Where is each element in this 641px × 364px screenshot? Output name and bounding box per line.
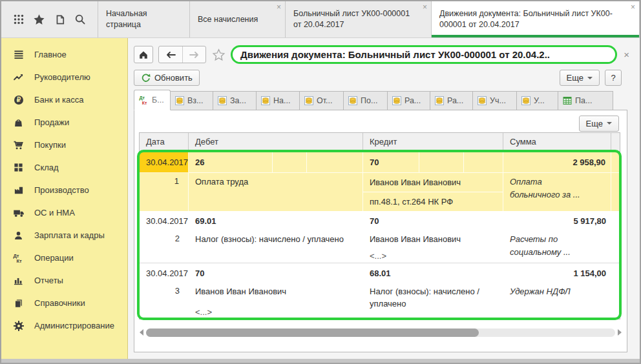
column-header-date[interactable]: Дата: [140, 133, 189, 151]
cell-amount[interactable]: 2 958,90: [503, 152, 611, 173]
cell-note[interactable]: Удержан НДФЛ: [503, 283, 611, 319]
forward-button[interactable]: [182, 46, 205, 63]
app-grid-icon[interactable]: [10, 11, 27, 28]
cell-debit-account[interactable]: 70: [189, 263, 363, 283]
sidebar-item-directories[interactable]: Справочники: [1, 292, 127, 314]
tab-register-2[interactable]: Вз...: [171, 91, 213, 110]
top-tab-sick-leave[interactable]: Больничный лист УК00-000001 от 20.04.201…: [286, 1, 432, 37]
refresh-icon: [141, 73, 151, 83]
tab-register-10[interactable]: У...: [517, 91, 558, 110]
tab-register-6[interactable]: По...: [344, 91, 388, 110]
table-row[interactable]: 30.04.2017 70 68.01 1 154,00 3 Иванов Ив…: [140, 263, 620, 319]
tab-register-8[interactable]: Ра...: [430, 91, 473, 110]
bag-icon: [12, 117, 25, 128]
refresh-button[interactable]: Обновить: [134, 70, 200, 86]
sidebar-item-label: Главное: [34, 50, 67, 59]
cell-credit-account[interactable]: 70: [363, 211, 503, 230]
sidebar-item-warehouse[interactable]: Склад: [1, 156, 127, 179]
section-sidebar: Главное Руководителю ₽ Банк и касса Прод…: [1, 38, 128, 359]
sidebar-item-main[interactable]: Главное: [1, 43, 127, 66]
cell-amount[interactable]: 1 154,00: [503, 263, 611, 283]
cell-credit-subconto[interactable]: Иванов Иван Иванович <...>: [363, 230, 503, 263]
form-close-icon[interactable]: ×: [622, 49, 631, 60]
cell-note[interactable]: Оплата больничного за ...: [503, 173, 611, 211]
cell-debit-subconto[interactable]: Оплата труда: [189, 173, 363, 211]
sidebar-item-label: Руководителю: [34, 72, 90, 82]
sidebar-item-purchases[interactable]: Покупки: [1, 134, 127, 156]
cell-credit-subconto[interactable]: Налог (взносы): начислено / уплачено: [363, 283, 503, 319]
table-row[interactable]: 30.04.2017 26 70: [140, 152, 620, 211]
tab-close-icon[interactable]: ×: [423, 3, 427, 11]
cell-debit-subconto[interactable]: Налог (взносы): начислено / уплачено: [189, 230, 363, 263]
cell-debit-account[interactable]: 26: [189, 152, 273, 172]
scrollbar-track[interactable]: [146, 329, 615, 337]
cell-date[interactable]: 30.04.2017: [140, 263, 189, 283]
sidebar-item-reports[interactable]: Отчеты: [1, 269, 127, 292]
sidebar-item-manager[interactable]: Руководителю: [1, 66, 127, 88]
cell-credit-account[interactable]: 68.01: [363, 263, 503, 283]
quick-tools: [1, 1, 98, 37]
warehouse-icon: [12, 162, 25, 173]
help-button[interactable]: ?: [605, 70, 622, 86]
subconto-placeholder: <...>: [195, 307, 358, 319]
sidebar-item-label: Производство: [34, 185, 89, 195]
tab-register-3[interactable]: За...: [213, 91, 257, 110]
cell-credit-account[interactable]: 70: [363, 152, 419, 172]
top-bar: Начальная страница Все начисления × Боль…: [1, 1, 640, 38]
tab-accounting-register[interactable]: ДтКт Б...: [134, 90, 171, 110]
cart-icon: [12, 139, 25, 150]
favorites-star-icon[interactable]: [31, 11, 48, 28]
sidebar-item-sales[interactable]: Продажи: [1, 111, 127, 134]
top-tab-accruals[interactable]: Все начисления ×: [190, 1, 286, 37]
tab-register-5[interactable]: От...: [300, 91, 344, 110]
table-more-button[interactable]: Еще: [579, 116, 619, 132]
cell-note[interactable]: Расчеты по социальному ...: [503, 230, 611, 263]
row-number: 2: [140, 230, 189, 263]
svg-text:Дт: Дт: [139, 96, 145, 101]
tab-close-icon[interactable]: ×: [631, 3, 635, 11]
cell-date-selected[interactable]: 30.04.2017: [140, 152, 189, 173]
sidebar-item-payroll[interactable]: Зарплата и кадры: [1, 224, 127, 247]
factory-icon: [12, 185, 25, 196]
cell-credit-subconto2[interactable]: пп.48.1, ст.264 НК РФ: [363, 192, 503, 210]
scroll-right-icon[interactable]: [618, 329, 622, 336]
back-button[interactable]: [159, 46, 182, 63]
tab-register-9[interactable]: Уч...: [473, 91, 517, 110]
postings-table: Дата Дебет Кредит Сумма 30.04.2017: [139, 132, 620, 319]
coins-icon: [478, 96, 487, 105]
table-toolbar: Еще: [134, 110, 627, 132]
table-row[interactable]: 30.04.2017 69.01 70 5 917,80 2 Налог (вз…: [140, 211, 620, 263]
top-tab-home[interactable]: Начальная страница: [98, 1, 190, 37]
cell-date[interactable]: 30.04.2017: [140, 211, 189, 230]
favorite-star-icon[interactable]: [211, 48, 226, 61]
tab-register-4[interactable]: На...: [257, 91, 300, 110]
tab-register-11[interactable]: Па...: [558, 91, 613, 110]
top-tab-doc-movements[interactable]: Движения документа: Больничный лист УК00…: [432, 1, 640, 37]
tab-register-7[interactable]: Ра...: [388, 91, 430, 110]
sidebar-item-bank[interactable]: ₽ Банк и касса: [1, 88, 127, 111]
tab-close-icon[interactable]: ×: [277, 3, 281, 11]
cell-debit-subconto[interactable]: Иванов Иван Иванович <...>: [189, 283, 363, 319]
cell-amount[interactable]: 5 917,80: [503, 211, 611, 230]
sidebar-item-administration[interactable]: Администрирование: [1, 314, 127, 337]
more-button[interactable]: Еще: [560, 70, 600, 86]
column-header-debit[interactable]: Дебет: [189, 133, 363, 151]
column-header-sum[interactable]: Сумма: [503, 133, 611, 151]
scroll-left-icon[interactable]: [140, 329, 143, 336]
home-button[interactable]: [134, 46, 153, 63]
register-page: Еще Дата Дебет Кредит Сумма: [134, 110, 627, 352]
sidebar-item-label: Операции: [34, 253, 74, 263]
column-header-credit[interactable]: Кредит: [363, 133, 503, 151]
sidebar-item-label: Склад: [34, 163, 59, 172]
cell-credit-subconto[interactable]: Иванов Иван Иванович: [363, 173, 503, 192]
search-icon[interactable]: [72, 11, 89, 28]
table-icon: [563, 96, 572, 105]
sidebar-item-operations[interactable]: ДтКт Операции: [1, 247, 127, 269]
sidebar-item-production[interactable]: Производство: [1, 179, 127, 201]
coins-icon: [304, 96, 313, 105]
history-icon[interactable]: [51, 11, 68, 28]
cell-debit-account[interactable]: 69.01: [189, 211, 363, 230]
column-header-extra: [611, 133, 621, 151]
sidebar-item-fixed-assets[interactable]: ОС и НМА: [1, 201, 127, 224]
scrollbar-thumb[interactable]: [146, 329, 479, 337]
